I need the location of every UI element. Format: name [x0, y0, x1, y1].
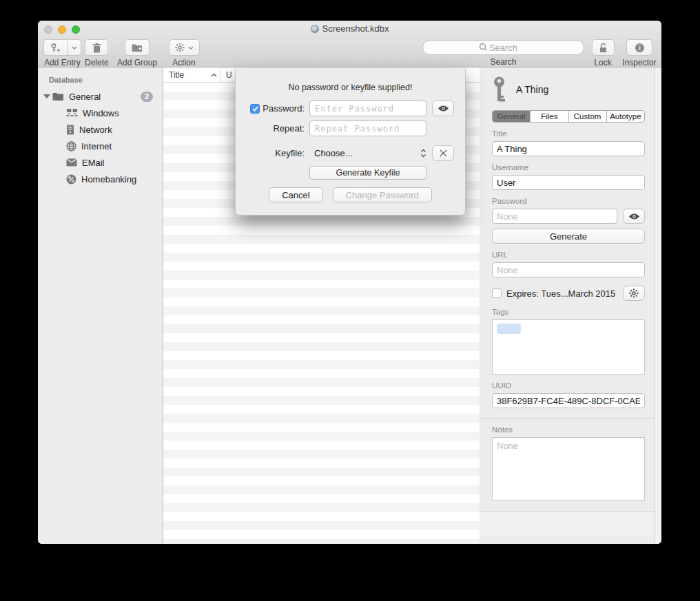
dialog-repeat-label: Repeat:	[236, 123, 305, 134]
delete-button[interactable]	[85, 39, 108, 56]
keyfile-popup[interactable]: Choose...	[314, 148, 426, 158]
uuid-label: UUID	[492, 381, 645, 390]
generate-keyfile-button[interactable]: Generate Keyfile	[309, 166, 426, 180]
change-password-button[interactable]: Change Password	[333, 187, 432, 202]
sidebar-item-label: General	[69, 92, 101, 102]
tags-box[interactable]	[492, 319, 645, 375]
disclosure-triangle-icon[interactable]	[43, 94, 50, 98]
windows-icon	[66, 108, 78, 118]
inspector-footer	[480, 512, 655, 535]
expires-row: Expires: Tues...March 2015	[492, 286, 645, 301]
action-group: Action	[166, 39, 202, 67]
username-field[interactable]	[492, 175, 645, 190]
sidebar-item-general[interactable]: General 2	[38, 88, 163, 105]
sidebar-item-homebanking[interactable]: Homebanking	[38, 171, 163, 187]
add-entry-dropdown[interactable]	[68, 39, 81, 56]
action-label: Action	[166, 58, 202, 67]
app-window: Screenshot.kdbx	[38, 21, 661, 544]
key-plus-icon	[50, 43, 62, 53]
delete-group: Delete	[85, 39, 109, 67]
dialog-reveal-button[interactable]	[432, 101, 454, 116]
reveal-password-button[interactable]	[623, 209, 645, 224]
cancel-button[interactable]: Cancel	[269, 187, 322, 202]
lock-group: Lock	[590, 39, 615, 67]
password-label: Password	[492, 197, 645, 205]
key-icon	[492, 76, 506, 103]
expires-label: Expires: Tues...March 2015	[506, 288, 615, 299]
username-label: Username	[492, 163, 645, 171]
tab-custom[interactable]: Custom	[568, 111, 606, 122]
toolbar: Add Entry Delete	[38, 39, 661, 67]
url-label: URL	[492, 251, 645, 259]
inspector-scroll: A Thing General Files Custom Autotype Ti…	[480, 67, 655, 544]
clear-keyfile-button[interactable]	[432, 145, 454, 161]
dialog-password-label: Password:	[262, 103, 305, 114]
search-input[interactable]	[422, 40, 584, 55]
tab-autotype[interactable]: Autotype	[606, 111, 644, 122]
url-field[interactable]	[492, 262, 645, 277]
server-icon	[66, 125, 74, 135]
chevron-down-icon	[188, 46, 194, 50]
inspector-button[interactable]	[626, 39, 652, 56]
sidebar-item-label: Network	[79, 125, 112, 135]
dialog-password-input[interactable]	[309, 101, 426, 116]
uuid-field[interactable]	[492, 393, 645, 408]
sidebar-item-windows[interactable]: Windows	[38, 105, 163, 121]
eye-icon	[438, 105, 449, 112]
tab-files[interactable]: Files	[530, 111, 568, 122]
window-title: Screenshot.kdbx	[38, 23, 661, 34]
stepper-icon	[420, 149, 426, 158]
sidebar: Database General 2	[38, 67, 163, 544]
tab-general[interactable]: General	[493, 111, 530, 122]
trash-icon	[92, 43, 101, 53]
info-icon	[635, 43, 645, 53]
column-header-title[interactable]: Title	[163, 67, 220, 82]
document-proxy-icon	[311, 25, 319, 33]
title-label: Title	[492, 129, 645, 138]
envelope-icon	[66, 158, 77, 167]
lock-label: Lock	[590, 58, 615, 67]
expires-settings-button[interactable]	[623, 286, 645, 301]
dialog-repeat-input[interactable]	[309, 120, 426, 136]
lock-button[interactable]	[592, 39, 615, 56]
notes-field[interactable]	[492, 437, 645, 500]
divider	[480, 418, 655, 419]
sidebar-item-label: Windows	[83, 108, 119, 118]
entry-title: A Thing	[516, 84, 548, 95]
folder-icon	[52, 92, 64, 101]
add-entry-button[interactable]	[43, 39, 68, 56]
sidebar-item-internet[interactable]: Internet	[38, 138, 163, 154]
action-button[interactable]	[169, 39, 200, 56]
inspector-group: Inspector	[620, 39, 659, 67]
title-field[interactable]	[492, 141, 645, 156]
x-icon	[440, 149, 447, 157]
tags-label: Tags	[492, 308, 645, 316]
sheet-message: No password or keyfile supplied!	[236, 83, 465, 92]
sort-ascending-icon	[211, 73, 217, 77]
expires-checkbox[interactable]	[492, 288, 502, 298]
titlebar: Screenshot.kdbx	[38, 21, 661, 38]
column-header-username[interactable]: U	[220, 70, 232, 80]
group-count-badge: 2	[141, 92, 153, 102]
percent-icon	[66, 174, 76, 184]
search-label: Search	[422, 57, 584, 67]
eye-icon	[628, 213, 640, 220]
sidebar-item-label: Internet	[81, 141, 112, 151]
inspector-scrollbar[interactable]	[655, 67, 661, 544]
inspector-tabs: General Files Custom Autotype	[492, 110, 645, 123]
sidebar-item-network[interactable]: Network	[38, 121, 163, 138]
folder-plus-icon	[132, 43, 143, 52]
password-field[interactable]	[492, 209, 617, 224]
add-group-group: Add Group	[114, 39, 161, 67]
add-group-button[interactable]	[125, 39, 150, 56]
window-chrome: Screenshot.kdbx	[38, 21, 661, 67]
sidebar-item-email[interactable]: EMail	[38, 154, 163, 171]
chevron-down-icon	[72, 46, 77, 50]
generate-button[interactable]: Generate	[492, 229, 645, 244]
sidebar-item-label: EMail	[82, 158, 105, 168]
tag-pill[interactable]	[497, 324, 521, 334]
password-checkbox[interactable]	[250, 104, 260, 114]
add-entry-label: Add Entry	[43, 58, 81, 67]
unlock-icon	[599, 43, 608, 53]
change-password-sheet: No password or keyfile supplied! Passwor…	[235, 69, 466, 215]
